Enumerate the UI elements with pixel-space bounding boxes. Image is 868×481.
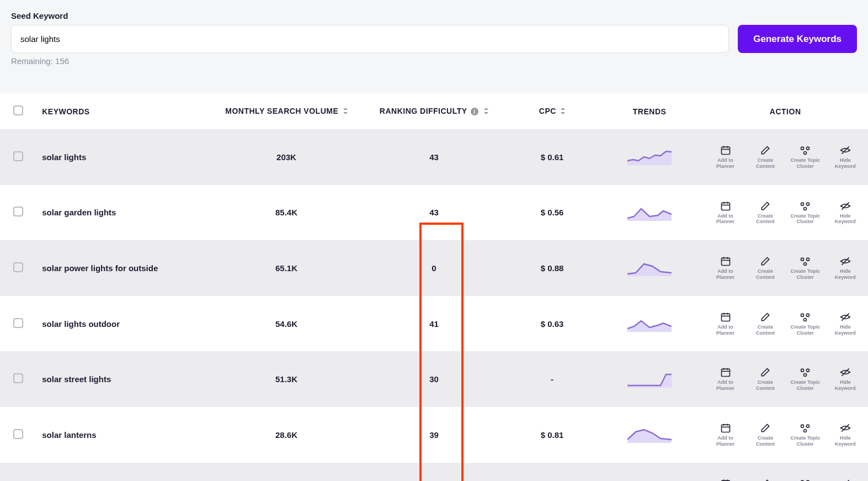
action-cell: Add to Planner Create Content Create Top…: [702, 185, 868, 241]
hide-keyword-button[interactable]: Hide Keyword: [829, 200, 861, 225]
edit-icon: [760, 256, 771, 267]
sort-icon: [561, 107, 565, 116]
hide-icon: [840, 422, 851, 434]
cpc-cell: $ 0.88: [508, 240, 597, 296]
difficulty-cell: 41: [360, 296, 508, 352]
row-checkbox[interactable]: [13, 373, 23, 383]
create-content-button[interactable]: Create Content: [749, 256, 781, 281]
difficulty-cell: 39: [360, 407, 508, 463]
cluster-icon: [800, 200, 811, 212]
calendar-icon: [720, 367, 731, 378]
add-to-planner-button[interactable]: Add to Planner: [709, 422, 741, 447]
cpc-cell: $ 0.63: [508, 296, 597, 352]
calendar-icon: [720, 422, 731, 434]
column-volume[interactable]: MONTHLY SEARCH VOLUME: [212, 93, 360, 129]
keyword-cell: solar lanterns: [35, 407, 212, 463]
add-to-planner-button[interactable]: Add to Planner: [709, 367, 741, 392]
volume-cell: 27.3K: [212, 463, 360, 481]
hide-keyword-button[interactable]: Hide Keyword: [829, 422, 861, 447]
create-content-button[interactable]: Create Content: [749, 367, 781, 392]
column-trends: TRENDS: [597, 93, 703, 129]
action-cell: Add to Planner Create Content Create Top…: [702, 129, 868, 185]
column-difficulty[interactable]: RANKING DIFFICULTY i: [360, 93, 508, 129]
create-content-button[interactable]: Create Content: [749, 422, 781, 447]
keywords-table: KEYWORDS MONTHLY SEARCH VOLUME RANKING D…: [0, 93, 868, 481]
hide-keyword-button[interactable]: Hide Keyword: [829, 478, 861, 481]
table-row: solar lights 203K 43 $ 0.61 Add to Plann…: [0, 129, 868, 185]
row-checkbox[interactable]: [13, 262, 23, 272]
hide-keyword-button[interactable]: Hide Keyword: [829, 145, 861, 170]
sort-icon: [343, 107, 348, 116]
create-content-button[interactable]: Create Content: [749, 478, 781, 481]
keyword-cell: solar power lights for outside: [35, 240, 212, 296]
generate-keywords-button[interactable]: Generate Keywords: [738, 25, 857, 53]
table-row: solar garden lights 85.4K 43 $ 0.56 Add …: [0, 185, 868, 241]
column-action: ACTION: [702, 93, 868, 129]
action-cell: Add to Planner Create Content Create Top…: [702, 351, 868, 407]
hide-icon: [840, 367, 851, 378]
hide-keyword-button[interactable]: Hide Keyword: [829, 256, 861, 281]
create-topic-cluster-button[interactable]: Create Topic Cluster: [789, 367, 821, 392]
trend-cell: [597, 351, 703, 407]
hide-icon: [840, 200, 851, 212]
create-content-button[interactable]: Create Content: [749, 311, 781, 336]
keyword-cell: solar garden lights: [35, 185, 212, 241]
volume-cell: 85.4K: [212, 185, 360, 241]
difficulty-cell: 43: [360, 129, 508, 185]
seed-keyword-input[interactable]: [11, 25, 729, 53]
create-topic-cluster-button[interactable]: Create Topic Cluster: [789, 145, 821, 170]
row-checkbox[interactable]: [13, 207, 23, 216]
info-icon[interactable]: i: [471, 108, 478, 115]
action-cell: Add to Planner Create Content Create Top…: [702, 407, 868, 463]
create-topic-cluster-button[interactable]: Create Topic Cluster: [789, 200, 821, 225]
edit-icon: [760, 145, 771, 156]
cpc-cell: $ 0.75: [508, 463, 597, 481]
cpc-cell: $ 0.81: [508, 407, 597, 463]
create-topic-cluster-button[interactable]: Create Topic Cluster: [789, 311, 821, 336]
calendar-icon: [720, 145, 731, 156]
edit-icon: [760, 200, 771, 212]
hide-icon: [840, 145, 851, 156]
create-content-button[interactable]: Create Content: [749, 145, 781, 170]
add-to-planner-button[interactable]: Add to Planner: [709, 311, 741, 336]
trend-cell: [597, 296, 703, 352]
seed-keyword-label: Seed Keyword: [11, 11, 857, 20]
trend-cell: [597, 240, 703, 296]
add-to-planner-button[interactable]: Add to Planner: [709, 145, 741, 170]
row-checkbox[interactable]: [13, 429, 23, 439]
action-cell: Add to Planner Create Content Create Top…: [702, 463, 868, 481]
cpc-cell: $ 0.56: [508, 185, 597, 241]
cpc-cell: -: [508, 351, 597, 407]
create-content-button[interactable]: Create Content: [749, 200, 781, 225]
table-row: solar street lights 51.3K 30 - Add to Pl…: [0, 351, 868, 407]
difficulty-cell: 30: [360, 351, 508, 407]
remaining-count: Remaining: 156: [11, 56, 857, 66]
difficulty-cell: 44: [360, 463, 508, 481]
column-keywords[interactable]: KEYWORDS: [35, 93, 212, 129]
action-cell: Add to Planner Create Content Create Top…: [702, 240, 868, 296]
trend-cell: [597, 463, 703, 481]
volume-cell: 54.6K: [212, 296, 360, 352]
row-checkbox[interactable]: [13, 318, 23, 328]
table-row: solar christmas lights 27.3K 44 $ 0.75 A…: [0, 463, 868, 481]
select-all-checkbox[interactable]: [13, 105, 23, 115]
add-to-planner-button[interactable]: Add to Planner: [709, 200, 741, 225]
create-topic-cluster-button[interactable]: Create Topic Cluster: [789, 256, 821, 281]
edit-icon: [760, 422, 771, 434]
calendar-icon: [720, 478, 731, 481]
create-topic-cluster-button[interactable]: Create Topic Cluster: [789, 422, 821, 447]
trend-cell: [597, 129, 703, 185]
column-cpc[interactable]: CPC: [508, 93, 597, 129]
edit-icon: [760, 478, 771, 481]
add-to-planner-button[interactable]: Add to Planner: [709, 478, 741, 481]
trend-cell: [597, 407, 703, 463]
keyword-cell: solar lights outdoor: [35, 296, 212, 352]
row-checkbox[interactable]: [13, 151, 23, 161]
cluster-icon: [800, 478, 811, 481]
hide-keyword-button[interactable]: Hide Keyword: [829, 311, 861, 336]
difficulty-cell: 43: [360, 185, 508, 241]
cluster-icon: [800, 311, 811, 323]
hide-keyword-button[interactable]: Hide Keyword: [829, 367, 861, 392]
add-to-planner-button[interactable]: Add to Planner: [709, 256, 741, 281]
create-topic-cluster-button[interactable]: Create Topic Cluster: [789, 478, 821, 481]
